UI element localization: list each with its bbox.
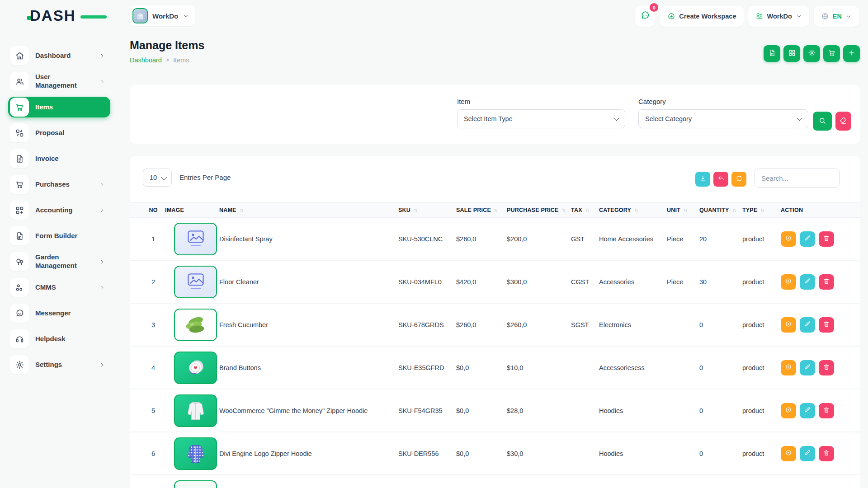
edit-item-button[interactable] [800, 231, 815, 247]
delete-item-button[interactable] [819, 274, 834, 290]
delete-item-button[interactable] [819, 360, 834, 375]
item-type-select[interactable]: Select Item Type [457, 109, 625, 128]
item-sku: SKU-E35GFRD [398, 364, 456, 371]
delete-item-button[interactable] [819, 403, 834, 418]
create-workspace-button[interactable]: Create Workspace [660, 6, 743, 27]
workspace-selector[interactable]: WorkDo [130, 5, 195, 26]
garden-icon [10, 252, 29, 271]
category-filter-group: Category Select Category [638, 98, 808, 128]
chevron-down-icon [183, 13, 189, 19]
eraser-icon [840, 117, 848, 126]
entries-per-page-select[interactable]: 10 [143, 169, 172, 187]
sidebar-item-accounting[interactable]: Accounting [8, 200, 110, 221]
sidebar-item-user-management[interactable]: User Management [8, 71, 110, 92]
item-sku: SKU-F54GR35 [398, 407, 456, 414]
sidebar-item-label: Helpdesk [35, 335, 105, 343]
category-select[interactable]: Select Category [638, 109, 808, 128]
sort-icon [561, 208, 566, 213]
sidebar-item-helpdesk[interactable]: Helpdesk [8, 328, 110, 349]
item-purchase-price: $200,0 [507, 235, 571, 243]
sidebar-item-messenger[interactable]: Messenger [8, 303, 110, 324]
item-sku: SKU-034MFL0 [398, 278, 456, 286]
view-item-button[interactable] [781, 403, 796, 418]
chevron-right-icon [99, 207, 105, 213]
undo-icon [717, 175, 725, 183]
edit-item-button[interactable] [800, 360, 815, 375]
undo-button[interactable] [713, 172, 728, 187]
reload-button[interactable] [731, 172, 746, 187]
view-item-button[interactable] [781, 274, 796, 290]
item-sku: SKU-DER556 [398, 450, 456, 457]
filter-reset-button[interactable] [835, 112, 851, 131]
edit-item-button[interactable] [800, 274, 815, 290]
language-selector[interactable]: EN [814, 6, 859, 27]
trash-icon [823, 235, 830, 243]
sort-icon [760, 208, 765, 213]
sidebar-item-label: Items [35, 103, 105, 112]
sidebar-item-settings[interactable]: Settings [8, 354, 110, 375]
plus-circle-icon [667, 12, 675, 20]
table-search-input[interactable] [755, 169, 840, 188]
cart-icon [828, 49, 836, 58]
edit-item-button[interactable] [800, 446, 815, 461]
messages-button[interactable]: 0 [635, 6, 656, 27]
gear-icon [808, 49, 816, 58]
chevron-down-icon [796, 13, 802, 19]
items-settings-button[interactable] [803, 45, 820, 62]
apps-menu-button[interactable]: WorkDo [748, 6, 809, 27]
column-header-image: IMAGE [165, 207, 219, 213]
view-item-button[interactable] [781, 231, 796, 247]
item-type: product [742, 407, 781, 414]
filter-search-button[interactable] [813, 112, 832, 131]
item-image [174, 480, 217, 488]
sidebar-item-label: Dashboard [35, 52, 93, 60]
column-header-tax[interactable]: TAX [571, 207, 599, 213]
grid-view-button[interactable] [783, 45, 800, 62]
column-header-quantity[interactable]: QUANTITY [699, 207, 742, 213]
breadcrumb: Dashboard > Items [130, 56, 204, 64]
page-title: Manage Items [130, 39, 204, 52]
export-items-button[interactable] [764, 45, 780, 62]
edit-item-button[interactable] [800, 403, 815, 418]
view-item-button[interactable] [781, 360, 796, 375]
sidebar-item-invoice[interactable]: Invoice [8, 148, 110, 169]
view-item-button[interactable] [781, 317, 796, 333]
item-sale-price: $0,0 [456, 407, 507, 414]
sort-icon [732, 208, 737, 213]
gear-icon [10, 355, 29, 374]
sidebar-item-purchases[interactable]: Purchases [8, 174, 110, 195]
table-row: 5WooCommerce "Gimme the Money" Zipper Ho… [130, 389, 860, 432]
edit-item-button[interactable] [800, 317, 815, 333]
sidebar-item-garden-management[interactable]: Garden Management [8, 251, 110, 272]
sidebar-item-items[interactable]: Items [8, 97, 110, 117]
create-workspace-label: Create Workspace [679, 13, 736, 20]
form-icon [10, 226, 29, 245]
column-header-sale-price[interactable]: SALE PRICE [456, 207, 507, 213]
delete-item-button[interactable] [819, 231, 834, 247]
column-header-unit[interactable]: UNIT [667, 207, 699, 213]
items-table-card: 10 Entries Per Page NOIMAGENAMESKUSALE P… [130, 156, 860, 488]
delete-item-button[interactable] [819, 446, 834, 461]
table-row: 7 [130, 475, 860, 488]
sidebar-item-proposal[interactable]: Proposal [8, 122, 110, 143]
delete-item-button[interactable] [819, 317, 834, 333]
create-item-button[interactable] [843, 45, 860, 62]
item-tax: GST [571, 235, 599, 243]
sort-icon [413, 208, 418, 213]
column-header-type[interactable]: TYPE [742, 207, 781, 213]
export-download-button[interactable] [695, 172, 710, 187]
column-header-sku[interactable]: SKU [398, 207, 456, 213]
breadcrumb-dashboard-link[interactable]: Dashboard [130, 56, 162, 64]
sidebar-item-dashboard[interactable]: Dashboard [8, 45, 110, 66]
chevron-right-icon [99, 182, 105, 188]
column-header-purchase-price[interactable]: PURCHASE PRICE [507, 207, 571, 213]
sidebar-item-cmms[interactable]: CMMS [8, 277, 110, 298]
item-quantity: 0 [699, 321, 742, 328]
item-category: Hoodies [599, 450, 667, 457]
column-header-category[interactable]: CATEGORY [599, 207, 667, 213]
item-purchase-price: $300,0 [507, 278, 571, 286]
cart-button[interactable] [823, 45, 840, 62]
column-header-name[interactable]: NAME [219, 207, 398, 213]
view-item-button[interactable] [781, 446, 796, 461]
sidebar-item-form-builder[interactable]: Form Builder [8, 225, 110, 246]
